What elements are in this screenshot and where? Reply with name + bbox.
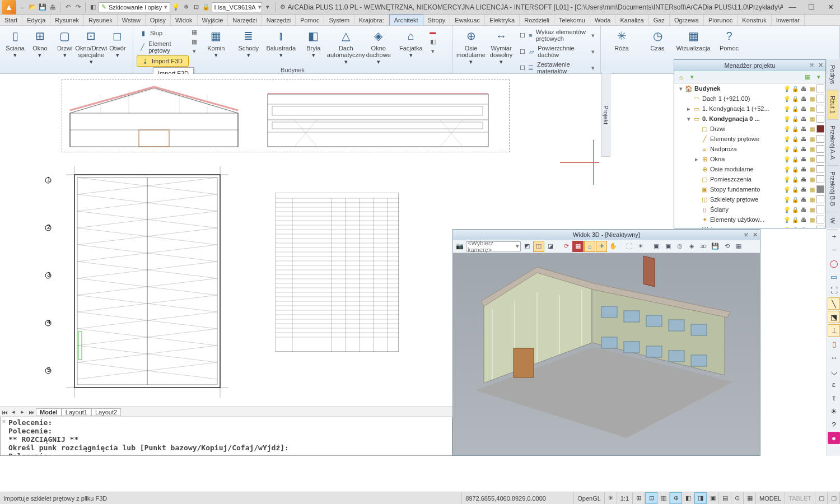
rb-s-up[interactable]: ▮Słup [137,27,189,39]
pm-node[interactable]: ◫ Szkielety prętowe 💡 🔒 🖶 ▦ [674,194,825,204]
rb-okno[interactable]: ⊞Okno▾ [28,27,52,66]
bulb-icon[interactable]: 💡 [783,195,791,203]
extra-2-icon[interactable]: ◧ [428,37,437,46]
swatch[interactable] [816,206,824,213]
status-tablet[interactable]: TABLET [785,492,815,504]
rt-tau-icon[interactable]: τ [828,391,840,404]
lock-icon[interactable]: 🔒 [791,155,799,163]
sb-end1-icon[interactable]: ▢ [815,492,828,504]
rt-line-icon[interactable]: ╲ [828,297,840,310]
rt-zoom-out-icon[interactable]: － [828,244,840,256]
app-logo-icon[interactable] [2,0,16,15]
print-icon[interactable]: 🖶 [800,155,808,163]
v3-3d-icon[interactable]: 3D [698,241,709,252]
bulb-icon[interactable]: 💡 [783,165,791,173]
bulb-icon[interactable]: 💡 [783,95,791,102]
print-icon[interactable]: 🖶 [800,105,808,113]
print-icon[interactable]: 🖶 [800,115,808,123]
lock-icon[interactable]: 🔒 [791,85,799,92]
rb-element-pr-towy[interactable]: ╱Element prętowy [137,39,189,55]
menu-wyjście[interactable]: Wyjście [198,15,228,25]
rt-zoom-in-icon[interactable]: ＋ [828,230,840,242]
color-icon[interactable]: ▦ [808,155,816,163]
qat-print-icon[interactable]: 🖶 [48,3,57,12]
pm-home-icon[interactable]: ⌂ [676,72,686,82]
v3-last-icon[interactable]: ▦ [733,241,744,252]
rt-sun-icon[interactable]: ☀ [828,405,840,417]
lock-icon[interactable]: 🔒 [791,145,799,153]
twisty-icon[interactable]: ▸ [685,226,692,228]
menu-start[interactable]: Start [0,15,22,25]
lock-icon[interactable]: 🔒 [791,135,799,143]
rt-eps-icon[interactable]: ε [828,378,840,390]
menu-system[interactable]: System [324,15,354,25]
print-icon[interactable]: 🖶 [800,145,808,153]
color-icon[interactable]: ▦ [808,125,816,133]
swatch[interactable] [816,85,824,92]
pm-node[interactable]: ╱ Elementy prętowe 💡 🔒 🖶 ▦ [674,134,825,144]
rb-dach-automatyczny[interactable]: △Dach automatyczny▾ [330,27,362,67]
extra-1-icon[interactable]: ▬ [428,27,437,36]
v3-camera-icon[interactable]: 📷 [454,241,465,252]
bulb-icon[interactable]: 💡 [783,125,791,133]
rb-komin[interactable]: ▦Komin▾ [200,27,232,67]
menu-krajobra:[interactable]: Krajobra: [354,15,389,25]
tab-layout2[interactable]: Layout2 [91,408,121,416]
print-icon[interactable]: 🖶 [800,165,808,173]
bulb-icon[interactable]: 💡 [783,85,791,92]
bulb-icon[interactable]: 💡 [783,105,791,113]
color-icon[interactable]: ▦ [808,85,816,92]
pm-node[interactable]: ◠ Dach 1 (+921.00) 💡 🔒 🖶 ▦ [674,94,825,104]
lock-icon[interactable]: 🔒 [791,175,799,183]
lock-icon[interactable]: 🔒 [791,185,799,193]
tab-prev-icon[interactable]: ◂ [9,408,18,416]
tab-model[interactable]: Model [36,408,62,416]
v3-hand-icon[interactable]: ✋ [608,241,619,252]
qat-save-icon[interactable]: 💾 [38,3,47,12]
menu-inwentar[interactable]: Inwentar [772,15,805,25]
qat-dd-icon[interactable]: ▾ [263,3,272,12]
sb-8-icon[interactable]: ▤ [719,492,731,504]
rb-otw-r[interactable]: ◻Otwór▾ [106,27,129,66]
split-ic-1-icon[interactable]: ▦ [190,27,199,36]
rb-bry-a[interactable]: ◧Bryła▾ [297,27,330,67]
sb-9-icon[interactable]: ⊙ [731,492,744,504]
bulb-icon[interactable]: 💡 [783,216,791,223]
color-icon[interactable]: ▦ [808,135,816,143]
swatch[interactable] [816,115,824,123]
rt-dim-icon[interactable]: ↔ [828,351,840,363]
v3-t2-icon[interactable]: ◫ [533,241,544,252]
pm-node[interactable]: ▣ Stopy fundamento 💡 🔒 🖶 ▦ [674,184,825,194]
twisty-icon[interactable]: ▸ [693,156,700,163]
pm-node[interactable]: ▸ ▭ 1. Kondygnacja 1 (+52... 💡 🔒 🖶 ▦ [674,104,825,114]
lock-icon[interactable]: 🔒 [791,216,799,223]
sb-6-icon[interactable]: ◨ [694,492,707,504]
menu-woda[interactable]: Woda [590,15,616,25]
v3-rot-icon[interactable]: ⟳ [561,241,572,252]
menu-rysunek[interactable]: Rysunek [84,15,118,25]
bulb-icon[interactable]: 💡 [783,145,791,153]
command-area[interactable]: × Polecenie: Polecenie: ** ROZCIĄGNIJ **… [0,417,452,456]
sb-3-icon[interactable]: ▥ [657,492,670,504]
menu-architekt[interactable]: Architekt [389,15,423,25]
menu-gaz[interactable]: Gaz [649,15,670,25]
pm-side-tab[interactable]: Projekt [601,73,610,157]
menu-piorunoc[interactable]: Piorunoc [704,15,738,25]
swatch[interactable] [816,165,824,173]
menu-rozdzieli[interactable]: Rozdzieli [520,15,554,25]
sb-1-icon[interactable]: ⊞ [633,492,645,504]
menu-narzędzi[interactable]: Narzędzi [262,15,296,25]
color-icon[interactable]: ▦ [808,226,816,228]
pm-node[interactable]: ▸ ⊞ Okna 💡 🔒 🖶 ▦ [674,154,825,164]
qat-settings-icon[interactable]: ⚙ [278,3,287,12]
swatch[interactable] [816,185,824,193]
color-icon[interactable]: ▦ [808,95,816,102]
v3-b2-icon[interactable]: ▣ [662,241,674,252]
v3-b1-icon[interactable]: ▣ [651,241,662,252]
swatch[interactable] [816,195,824,203]
menu-pomoc[interactable]: Pomoc [296,15,324,25]
extra-3-icon[interactable]: ▾ [428,46,437,55]
rb-r-a[interactable]: ✳Róża [604,27,639,66]
tab-first-icon[interactable]: ⏮ [0,409,9,416]
v3-save-icon[interactable]: 💾 [710,241,721,252]
